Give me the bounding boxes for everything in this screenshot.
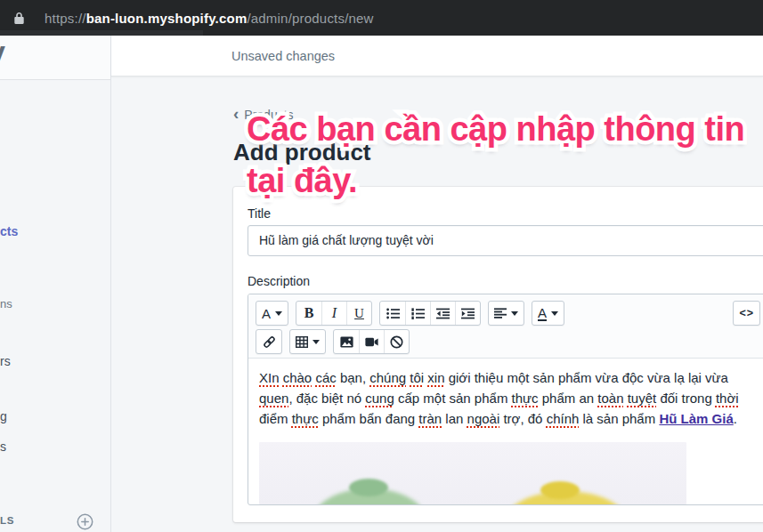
editor-content-area[interactable]: XIn chào các bạn, chúng tôi xin giới thi… (248, 359, 763, 505)
bold-italic-underline-group: B I U (296, 301, 372, 326)
screenshot-root: https://ban-luon.myshopify.com/admin/pro… (0, 0, 763, 532)
unsaved-changes-status: Unsaved changes (231, 49, 335, 63)
annotation-overlay-line1: Các bạn cần cập nhập thông tin (247, 110, 744, 149)
text-align-dropdown[interactable] (489, 302, 524, 325)
url-path: /admin/products/new (247, 11, 373, 26)
bulleted-list-button[interactable] (380, 302, 405, 325)
text-color-dropdown[interactable]: A (532, 302, 564, 325)
green-pot-lid-fragment (349, 479, 388, 496)
sidebar-item-marketing[interactable]: g (0, 409, 7, 423)
title-input[interactable]: Hũ làm giá chất lượng tuyệt vời (248, 225, 763, 256)
link-icon (263, 335, 276, 349)
chevron-down-icon (551, 311, 558, 316)
store-logo-fragment: y (0, 35, 5, 69)
sidebar-item-collections[interactable]: ns (0, 297, 12, 310)
show-html-button[interactable]: <> (734, 302, 759, 325)
sidebar-item-discounts[interactable]: s (0, 439, 6, 454)
clear-formatting-button[interactable] (384, 330, 409, 353)
description-link[interactable]: Hũ Làm Giá (659, 411, 733, 426)
list-indent-group (379, 301, 481, 326)
bold-button[interactable]: B (296, 302, 321, 325)
table-group (289, 329, 326, 354)
indent-button[interactable] (455, 302, 480, 325)
add-product-card: Title Hũ làm giá chất lượng tuyệt vời De… (233, 187, 763, 522)
title-label: Title (248, 206, 271, 221)
url-domain: ban-luon.myshopify.com (86, 11, 248, 26)
chevron-down-icon (313, 340, 320, 344)
italic-button[interactable]: I (321, 302, 346, 325)
description-label: Description (248, 274, 310, 288)
editor-toolbar: A B I U (248, 294, 763, 359)
alignment-group (488, 301, 524, 326)
sidebar-item-customers[interactable]: rs (0, 354, 11, 368)
insert-table-dropdown[interactable] (290, 330, 325, 353)
image-icon (340, 336, 353, 348)
sidebar: y cts ns rs g s LS ore (0, 36, 111, 532)
underline-button[interactable]: U (346, 302, 371, 325)
insert-link-button[interactable] (256, 330, 281, 353)
page-header-bar: Unsaved changes (111, 36, 763, 77)
description-paragraph[interactable]: XIn chào các bạn, chúng tôi xin giới thi… (259, 367, 759, 429)
table-icon (296, 336, 308, 348)
browser-url-bar[interactable]: https://ban-luon.myshopify.com/admin/pro… (0, 0, 763, 36)
insert-video-button[interactable] (359, 330, 384, 353)
annotation-overlay-line2: tại đây. (247, 162, 357, 200)
url-text: https://ban-luon.myshopify.com/admin/pro… (45, 11, 374, 26)
align-left-icon (494, 308, 507, 318)
product-image-preview (259, 442, 686, 504)
link-group (256, 329, 282, 354)
sidebar-section-sales-channels: LS (0, 515, 14, 526)
lock-icon (13, 12, 25, 25)
sidebar-item-products[interactable]: cts (0, 224, 18, 238)
outdent-button[interactable] (430, 302, 455, 325)
clear-formatting-icon (390, 335, 403, 349)
font-style-dropdown[interactable]: A (256, 302, 288, 325)
add-sales-channel-icon[interactable] (77, 513, 93, 530)
formatting-group: A (256, 301, 288, 326)
yellow-pot-lid-fragment (540, 481, 580, 499)
video-icon (365, 337, 378, 347)
chevron-left-icon: ‹ (233, 108, 239, 120)
chevron-down-icon (511, 311, 518, 316)
html-code-group: <> (733, 301, 760, 326)
sidebar-store-header: y (0, 36, 110, 80)
numbered-list-button[interactable] (405, 302, 430, 325)
media-group (333, 329, 410, 354)
description-editor: A B I U (248, 294, 763, 505)
text-color-group: A (532, 301, 564, 326)
chevron-down-icon (275, 311, 282, 316)
insert-image-button[interactable] (334, 330, 359, 353)
